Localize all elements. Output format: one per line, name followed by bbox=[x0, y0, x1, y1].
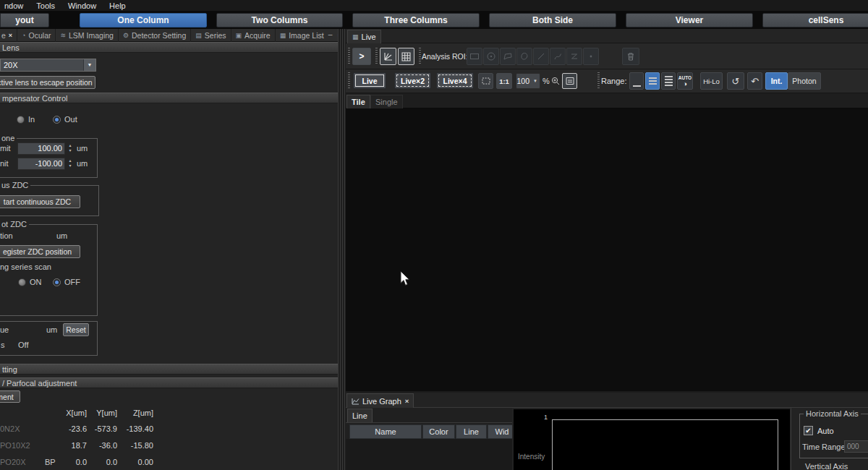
circle-roi-button[interactable] bbox=[483, 48, 499, 65]
tab-lsm-imaging[interactable]: ≋ LSM Imaging bbox=[56, 29, 118, 42]
expand-toolbar-button[interactable]: > bbox=[352, 48, 371, 65]
lens-tag: BP bbox=[45, 458, 56, 466]
toolbar-grip[interactable] bbox=[375, 48, 378, 65]
lens-select[interactable]: 20X ▼ bbox=[0, 59, 96, 72]
lower-limit-field[interactable]: -100.00 bbox=[17, 158, 65, 170]
scale-bar-button[interactable] bbox=[380, 48, 396, 65]
toolbar-grip[interactable] bbox=[348, 48, 350, 65]
grid-overlay-button[interactable] bbox=[398, 48, 414, 65]
live-graph-close-icon[interactable]: × bbox=[405, 397, 409, 405]
tab-tile[interactable]: Tile bbox=[346, 95, 370, 108]
live-x2-button[interactable]: Live×2 bbox=[394, 72, 431, 89]
spinner-up-icon[interactable]: ▴ bbox=[69, 143, 71, 148]
photon-mode-button[interactable]: Photon bbox=[788, 72, 821, 90]
toolbar-grip[interactable] bbox=[419, 48, 421, 65]
tab-acquire[interactable]: ▣ Acquire bbox=[231, 29, 276, 42]
adjustment-button[interactable]: ment bbox=[0, 390, 20, 403]
intensity-mode-button[interactable]: Int. bbox=[765, 72, 788, 90]
layout-button-three-columns[interactable]: Three Columns bbox=[352, 13, 480, 27]
menu-tools[interactable]: Tools bbox=[30, 1, 61, 10]
menu-help[interactable]: Help bbox=[103, 1, 132, 10]
lower-limit-spinner[interactable]: ▴ ▾ bbox=[67, 158, 74, 168]
tab-single[interactable]: Single bbox=[370, 95, 403, 108]
tab-live-graph[interactable]: Live Graph × bbox=[346, 393, 414, 408]
series-scan-off-radio[interactable] bbox=[53, 278, 61, 286]
menu-window-clipped[interactable]: ndow bbox=[0, 1, 30, 10]
zoom-in-button[interactable] bbox=[549, 73, 562, 89]
tab-live[interactable]: ▦ Live bbox=[347, 30, 381, 43]
upper-limit-spinner[interactable]: ▴ ▾ bbox=[67, 143, 74, 153]
zoom-level-select[interactable]: 100 ▼ bbox=[516, 73, 540, 89]
auto-range-button[interactable]: AUTO ◑ bbox=[677, 72, 693, 90]
panel-minimize-icon[interactable]: ─ bbox=[328, 32, 333, 38]
upper-limit-field[interactable]: 100.00 bbox=[17, 142, 65, 155]
start-continuous-zdc-button[interactable]: tart continuous ZDC bbox=[0, 195, 80, 208]
spinner-up-icon[interactable]: ▴ bbox=[69, 158, 71, 163]
lens-section-header[interactable]: Lens bbox=[0, 42, 338, 53]
window-layout-button[interactable] bbox=[562, 73, 577, 89]
compensator-section-header[interactable]: mpensator Control bbox=[0, 93, 338, 103]
image-list-icon: ▦ bbox=[280, 32, 286, 39]
intensity-graph[interactable]: 1 Intensity bbox=[514, 409, 790, 470]
setting-section-header[interactable]: tting bbox=[0, 364, 338, 375]
layout-button-cellsens[interactable]: cellSens bbox=[762, 13, 868, 27]
live-x4-button[interactable]: Live×4 bbox=[436, 72, 474, 89]
tab-line[interactable]: Line bbox=[347, 409, 373, 422]
register-zdc-position-button[interactable]: egister ZDC position bbox=[0, 245, 80, 258]
range-high-button[interactable] bbox=[661, 72, 676, 90]
range-mid-button[interactable] bbox=[645, 72, 660, 90]
tab-detector-setting[interactable]: ⚙ Detector Setting bbox=[119, 29, 191, 42]
series-scan-on-radio[interactable] bbox=[18, 278, 26, 286]
tab-image-list[interactable]: ▦ Image List bbox=[276, 29, 328, 42]
rectangle-roi-button[interactable] bbox=[467, 48, 482, 65]
layout-button-one-column[interactable]: One Column bbox=[80, 13, 207, 27]
document-tab-bar: ▦ Live bbox=[346, 29, 868, 43]
hi-lo-button[interactable]: Hi-Lo bbox=[700, 72, 723, 90]
polyline-roi-button[interactable] bbox=[566, 48, 582, 65]
layout-button-clipped[interactable]: yout bbox=[0, 13, 49, 27]
trash-icon bbox=[626, 51, 636, 61]
live-image-canvas[interactable] bbox=[346, 108, 868, 391]
line-roi-button[interactable] bbox=[533, 48, 549, 65]
col-header-color[interactable]: Color bbox=[422, 424, 455, 439]
parfocal-section-header[interactable]: / Parfocal adjustment bbox=[0, 377, 338, 388]
closed-curve-roi-button[interactable] bbox=[516, 48, 532, 65]
col-header-name[interactable]: Name bbox=[349, 424, 422, 439]
panel-splitter[interactable] bbox=[338, 29, 346, 470]
chevron-down-icon[interactable]: ▼ bbox=[83, 59, 95, 71]
layout-button-both-side[interactable]: Both Side bbox=[489, 13, 616, 27]
escape-lens-button[interactable]: ctive lens to escape position bbox=[0, 76, 95, 89]
tab-clipped[interactable]: e × bbox=[0, 29, 17, 42]
undo-button[interactable]: ↶ bbox=[747, 72, 762, 90]
toolbar-grip[interactable] bbox=[348, 72, 350, 90]
time-range-input[interactable]: 000 bbox=[844, 440, 868, 453]
range-low-button[interactable] bbox=[629, 72, 644, 90]
compensator-out-radio[interactable] bbox=[53, 116, 61, 124]
col-header-line[interactable]: Line bbox=[456, 424, 487, 439]
compensator-in-radio[interactable] bbox=[17, 116, 25, 124]
tab-series[interactable]: ▤ Series bbox=[191, 29, 231, 42]
layout-button-two-columns[interactable]: Two Columns bbox=[216, 13, 343, 27]
reset-button[interactable]: Reset bbox=[63, 323, 89, 336]
point-roi-button[interactable] bbox=[583, 48, 599, 65]
menu-window[interactable]: Window bbox=[61, 1, 103, 10]
tab-close-icon[interactable]: × bbox=[9, 32, 12, 39]
window-lines-icon bbox=[566, 77, 574, 85]
one-to-one-button[interactable]: 1:1 bbox=[496, 73, 512, 89]
col-header-width[interactable]: Wid bbox=[488, 424, 512, 439]
reset-range-button[interactable]: ↺ bbox=[727, 72, 744, 90]
layout-button-viewer[interactable]: Viewer bbox=[626, 13, 753, 27]
live-button[interactable]: Live bbox=[353, 72, 386, 89]
line-list-empty[interactable] bbox=[346, 439, 512, 470]
polygon-roi-button[interactable] bbox=[500, 48, 516, 65]
chevron-down-icon[interactable]: ▼ bbox=[531, 79, 540, 83]
curve-roi-button[interactable] bbox=[550, 48, 566, 65]
toolbar-grip[interactable] bbox=[597, 72, 600, 90]
fit-to-window-button[interactable] bbox=[478, 73, 493, 89]
graph-plot-area[interactable] bbox=[552, 419, 778, 470]
spinner-down-icon[interactable]: ▾ bbox=[69, 148, 71, 153]
delete-roi-button[interactable] bbox=[622, 48, 639, 65]
auto-checkbox[interactable]: ✔ bbox=[804, 426, 813, 435]
tab-ocular[interactable]: ◔ Ocular bbox=[17, 29, 56, 42]
spinner-down-icon[interactable]: ▾ bbox=[69, 163, 71, 168]
